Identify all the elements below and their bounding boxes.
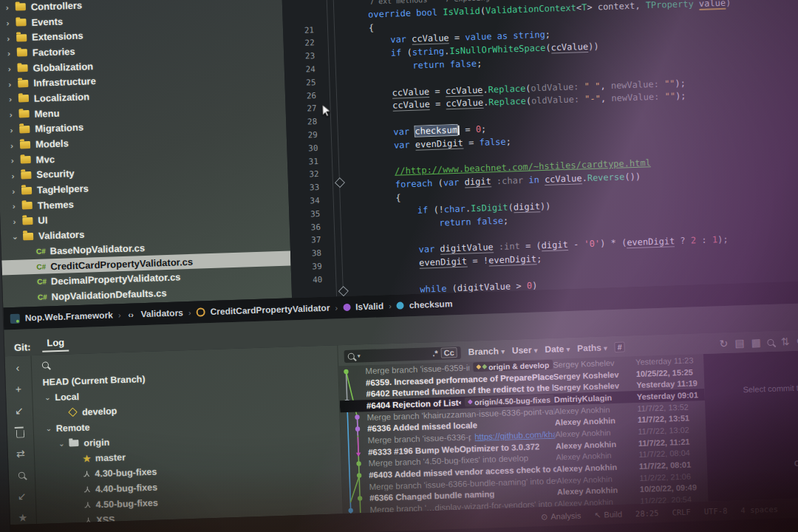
commit-link[interactable]: https://github.com/khairuzzaman/ [474,430,556,442]
folder-icon [17,64,27,72]
find-hash-icon[interactable] [767,336,774,348]
line-number [292,286,335,298]
tab-git-log[interactable]: Log [42,336,69,352]
filter-branch[interactable]: Branch ▾ [468,346,505,358]
search-caret-icon: ▾ [358,352,361,359]
line-number: 23 [284,50,327,64]
token: override bool [368,7,443,19]
token: Reverse [587,172,625,184]
token [328,87,392,100]
filter-paths[interactable]: Paths ▾ [577,342,607,353]
token [327,48,391,61]
match-case-toggle[interactable]: Cc [440,347,457,358]
chevron-right-icon[interactable]: › [6,110,15,119]
chevron-down-icon[interactable]: ⌄ [44,424,53,432]
token [332,205,417,218]
chevron-right-icon[interactable]: › [3,18,12,27]
rollback-icon[interactable]: ↙ [15,405,24,417]
status-analysis[interactable]: ⊙Analysis [541,511,582,522]
log-search-input[interactable]: ▾.*Cc [344,346,460,362]
breadcrumb-item[interactable]: checksum [409,299,453,310]
token: = [463,137,480,149]
token: " " [584,81,600,92]
checkout-icon[interactable]: ↙ [18,490,27,502]
tag-icon [468,400,473,405]
filter-user[interactable]: User ▾ [512,344,538,355]
folder-icon [23,233,33,240]
ide-window: Bookmarks ›Controllers›Events›Extensions… [0,0,798,532]
token: ; [503,215,509,225]
csharp-file-icon: C# [38,293,47,301]
chevron-down-icon[interactable]: ⌄ [43,393,52,401]
code-editor[interactable]: 7 ext methods 7 exposing APIs override b… [282,0,798,298]
breadcrumb-item[interactable]: IsValid [355,301,383,312]
chevron-right-icon[interactable]: › [9,186,18,195]
token: ccValue [392,99,430,112]
project-tree: ›Controllers›Events›Extensions›Factories… [0,0,292,307]
chevron-right-icon[interactable]: › [8,156,17,165]
token: , [600,81,611,91]
breadcrumb-item[interactable]: CreditCardPropertyValidator [210,303,330,317]
token: ccValue [392,86,429,99]
chevron-right-icon[interactable]: › [4,64,13,73]
token: > [587,1,598,12]
favorite-icon[interactable]: ★ [18,511,27,523]
diff-preview-icon[interactable]: ▦ [751,336,761,348]
token: , [601,93,612,103]
breadcrumb-item[interactable]: Nop.Web.Framework [25,310,114,323]
token [332,217,440,231]
line-number: 31 [287,154,331,169]
token: newValue: [611,78,665,90]
go-to-hash-icon[interactable]: # [615,341,626,352]
token: = [430,99,446,110]
line-number: 24 [284,63,328,78]
collapse-icon[interactable]: ⇄ [16,447,25,459]
breadcrumb-separator: › [335,303,338,312]
status-value[interactable]: CRLF [672,508,691,517]
add-icon[interactable]: + [16,383,22,395]
status-value[interactable]: 28:25 [635,508,659,518]
status-value[interactable]: UTF-8 [704,506,728,516]
token: ( [508,202,514,212]
token [330,166,395,179]
line-number: 34 [288,194,332,209]
tree-item-label: Globalization [33,61,93,74]
bookmarks-tool-button[interactable]: Bookmarks [0,471,10,532]
commit-author: Alexey Anokhin [557,485,640,497]
status-build[interactable]: ↖Build [594,509,622,519]
regex-toggle[interactable]: .* [432,349,438,358]
status-value[interactable]: 4 spaces [740,505,778,515]
show-details-icon[interactable]: ▤ [734,337,745,349]
search-icon[interactable] [18,469,25,481]
sort-icon[interactable]: ⇅ [780,335,789,347]
chevron-right-icon[interactable]: › [4,49,13,58]
build-icon: ↖ [594,510,601,519]
breadcrumb-item[interactable]: Validators [140,307,183,319]
hide-panel-icon[interactable]: ‹ [16,362,19,374]
refresh-icon[interactable]: ↻ [719,338,728,349]
chevron-right-icon[interactable]: › [8,171,17,180]
chevron-down-icon[interactable]: ⌄ [10,232,19,242]
git-log-panel: ‹+↙⇄↙★ HEAD (Current Branch)⌄Localdevelo… [4,329,798,525]
token: value [699,0,726,10]
branch-label: HEAD (Current Branch) [42,374,145,388]
line-number: 40 [291,273,335,287]
chevron-right-icon[interactable]: › [10,202,18,211]
chevron-right-icon[interactable]: › [5,79,14,88]
commit-date: Yesterday 11:23 [635,355,703,366]
token: Replace [488,96,526,108]
chevron-down-icon[interactable]: ⌄ [57,440,66,448]
git-log-area: ▾.*CcBranch ▾User ▾Date ▾Paths ▾#↻▤▦⇅↺▧ … [338,329,798,514]
chevron-right-icon[interactable]: › [4,33,13,42]
token: { [326,22,374,34]
chevron-right-icon[interactable]: › [10,217,18,226]
chevron-right-icon[interactable]: › [7,126,16,134]
token: ) [726,0,732,8]
delete-icon[interactable] [16,426,24,438]
tree-item-label: Models [35,137,69,149]
chevron-right-icon[interactable]: › [3,3,12,12]
tree-item-label: Localization [34,91,90,103]
chevron-right-icon[interactable]: › [7,140,16,149]
filter-date[interactable]: Date ▾ [545,344,570,355]
chevron-right-icon[interactable]: › [6,95,15,103]
